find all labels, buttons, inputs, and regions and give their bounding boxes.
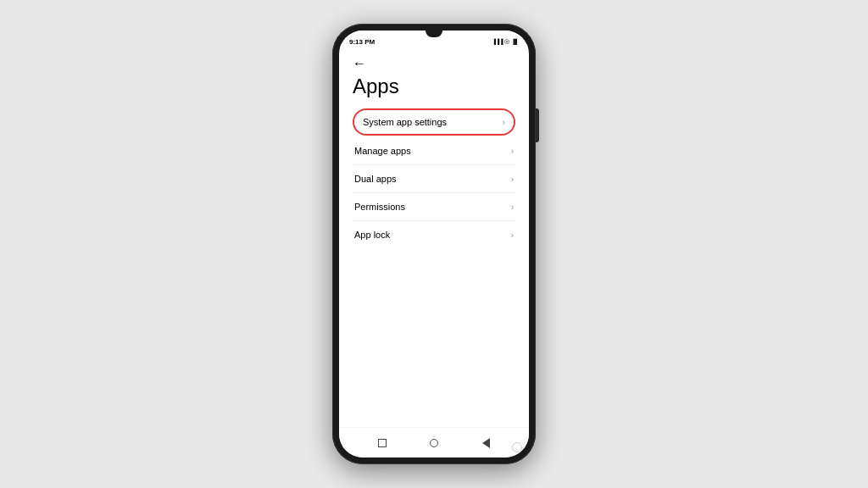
status-bar: 9:13 PM ▐▐▐ ◎ ▐▌	[339, 30, 529, 49]
back-nav-button[interactable]	[477, 435, 494, 452]
chevron-icon: ›	[511, 147, 514, 156]
fingerprint-hint-icon	[512, 442, 522, 452]
wifi-icon: ◎	[504, 38, 509, 45]
chevron-icon: ›	[511, 175, 514, 184]
bottom-nav	[339, 427, 529, 458]
chevron-icon: ›	[503, 118, 505, 127]
back-button[interactable]: ←	[353, 56, 366, 71]
status-time: 9:13 PM	[349, 38, 375, 46]
battery-icon: ▐▌	[511, 39, 519, 44]
page-title: Apps	[353, 75, 515, 98]
menu-item-label: Permissions	[354, 202, 405, 212]
stop-icon	[378, 439, 387, 447]
menu-item-app-lock[interactable]: App lock ›	[353, 221, 515, 248]
menu-item-label: App lock	[354, 230, 390, 240]
phone-device: 9:13 PM ▐▐▐ ◎ ▐▌ ← Apps System app setti…	[332, 24, 536, 464]
menu-item-label: Manage apps	[354, 146, 411, 156]
phone-screen: 9:13 PM ▐▐▐ ◎ ▐▌ ← Apps System app setti…	[339, 30, 529, 458]
signal-icon: ▐▐▐	[492, 39, 504, 44]
notch	[426, 30, 442, 37]
stop-nav-button[interactable]	[374, 435, 391, 452]
menu-item-permissions[interactable]: Permissions ›	[353, 193, 515, 221]
chevron-icon: ›	[511, 202, 514, 212]
menu-item-label: Dual apps	[354, 174, 397, 184]
chevron-icon: ›	[511, 230, 514, 240]
menu-item-system-app-settings[interactable]: System app settings ›	[353, 108, 515, 136]
home-nav-button[interactable]	[426, 435, 442, 452]
menu-list: System app settings › Manage apps › Dual…	[353, 108, 515, 248]
menu-item-label: System app settings	[363, 117, 447, 127]
screen-content: ← Apps System app settings › Manage apps…	[339, 49, 529, 427]
status-icons: ▐▐▐ ◎ ▐▌	[492, 38, 519, 45]
menu-item-manage-apps[interactable]: Manage apps ›	[353, 137, 515, 165]
menu-item-dual-apps[interactable]: Dual apps ›	[353, 165, 515, 193]
back-tri-icon	[482, 438, 490, 448]
home-icon	[430, 439, 438, 447]
